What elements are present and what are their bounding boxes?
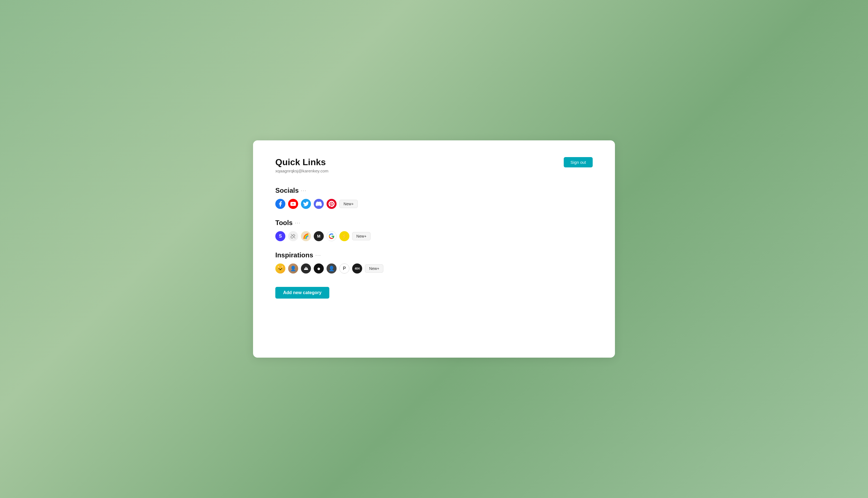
tools-new-button[interactable]: New+ [352,232,371,240]
inspirations-menu-icon[interactable]: ··· [316,252,321,258]
tools-links-row: S 🌈 M ⚡ Ne [275,231,593,241]
youtube-link[interactable] [288,199,298,209]
inspirations-title: Inspirations [275,251,313,259]
medium-link[interactable]: M [314,231,324,241]
header: Quick Links xqaagnrqksj@karenkey.com Sig… [275,157,593,173]
inspiration-2-link[interactable]: 👤 [288,263,298,274]
scrimba-link[interactable]: S [275,231,285,241]
inspiration-6-link[interactable]: P [339,263,349,274]
header-left: Quick Links xqaagnrqksj@karenkey.com [275,157,329,173]
tools-title: Tools [275,219,293,227]
socials-title: Socials [275,187,299,194]
sign-out-button[interactable]: Sign out [564,157,593,167]
inspirations-links-row: 🐱 👤 ⛰ ● 👤 P 404 New+ [275,263,593,274]
tools-menu-icon[interactable]: ··· [295,220,301,226]
user-email: xqaagnrqksj@karenkey.com [275,169,329,173]
inspiration-3-link[interactable]: ⛰ [301,263,311,274]
inspirations-section: Inspirations ··· 🐱 👤 ⛰ ● 👤 P 404 New+ [275,251,593,274]
inspirations-header: Inspirations ··· [275,251,593,259]
arc-link[interactable]: 🌈 [301,231,311,241]
gsuite-link[interactable] [326,231,336,241]
socials-header: Socials ··· [275,187,593,194]
bolt-link[interactable]: ⚡ [339,231,349,241]
pinterest-link[interactable] [326,199,336,209]
add-category-button[interactable]: Add new category [275,287,329,299]
discord-link[interactable] [314,199,324,209]
tools-section: Tools ··· S 🌈 M [275,219,593,241]
inspiration-7-link[interactable]: 404 [352,263,362,274]
socials-links-row: New+ [275,199,593,209]
socials-section: Socials ··· [275,187,593,209]
tools-header: Tools ··· [275,219,593,227]
inspiration-1-link[interactable]: 🐱 [275,263,285,274]
facebook-link[interactable] [275,199,285,209]
inspiration-5-link[interactable]: 👤 [326,263,336,274]
socials-menu-icon[interactable]: ··· [301,188,307,194]
inspiration-4-link[interactable]: ● [314,263,324,274]
main-window: Quick Links xqaagnrqksj@karenkey.com Sig… [253,140,615,358]
socials-new-button[interactable]: New+ [339,200,358,208]
inspirations-new-button[interactable]: New+ [365,264,383,273]
twitter-link[interactable] [301,199,311,209]
page-title: Quick Links [275,157,329,167]
wand-link[interactable] [288,231,298,241]
